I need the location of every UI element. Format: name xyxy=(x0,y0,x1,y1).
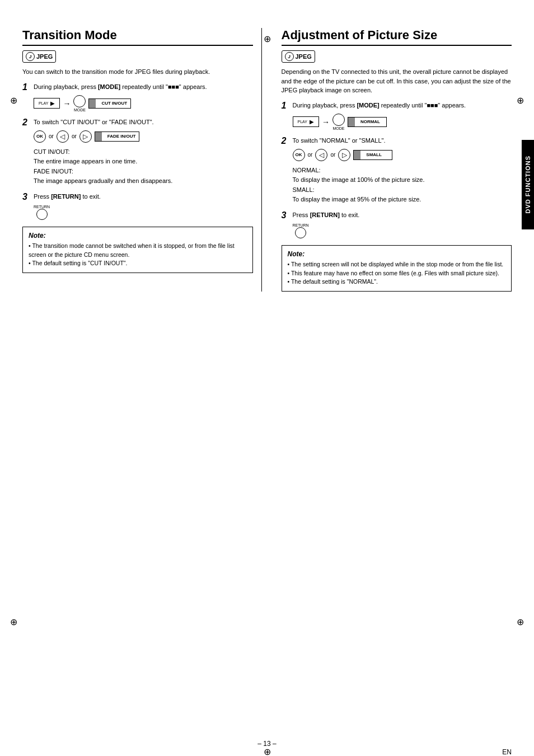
reg-mark-left-top: ⊕ xyxy=(10,95,17,106)
right-jpeg-icon: J xyxy=(285,52,294,61)
left-return-label: RETURN xyxy=(34,205,50,209)
right-note-item-1: • The setting screen will not be display… xyxy=(288,261,504,267)
left-note-title: Note: xyxy=(29,232,247,240)
left-return-wrapper: RETURN xyxy=(34,205,253,220)
normal-title: NORMAL: xyxy=(293,167,321,173)
right-return-wrapper: RETURN xyxy=(293,223,512,238)
right-step-1-header: 1 During playback, press [MODE] repeated… xyxy=(282,101,512,111)
left-step-2-diagram: OK or ◁ or ▷ FADE IN/OUT xyxy=(34,130,253,143)
right-left-arrow-button: ◁ xyxy=(315,149,327,161)
right-step-1-display: NORMAL xyxy=(348,117,387,127)
play-button-wrapper: PLAY ▶ xyxy=(34,98,60,109)
right-or-text-1: or xyxy=(308,152,313,158)
right-step-3-header: 3 Press [RETURN] to exit. xyxy=(282,210,512,220)
left-note-item-2: • The default setting is "CUT IN/OUT". xyxy=(29,260,127,266)
left-return-button-group: RETURN xyxy=(34,205,50,220)
page-number: – 13 – xyxy=(257,740,276,748)
mode-button-wrapper: MODE xyxy=(73,95,86,112)
right-step-3: 3 Press [RETURN] to exit. RETURN xyxy=(282,210,512,238)
right-arrow-right-icon: → xyxy=(322,118,330,126)
left-step-2-detail: CUT IN/OUT: The entire image appears in … xyxy=(34,147,253,186)
left-step-1-display: CUT IN/OUT xyxy=(88,98,131,109)
right-step-2-number: 2 xyxy=(282,136,289,146)
right-play-label: PLAY xyxy=(298,120,307,124)
right-return-button-group: RETURN xyxy=(293,223,309,238)
right-step-2-header: 2 To switch "NORMAL" or "SMALL". xyxy=(282,136,512,146)
right-step-2-display: SMALL xyxy=(353,150,392,160)
right-step-2-text: To switch "NORMAL" or "SMALL". xyxy=(293,136,512,145)
left-step-3-header: 3 Press [RETURN] to exit. xyxy=(22,192,253,202)
or-text-1: or xyxy=(49,133,54,139)
small-title: SMALL: xyxy=(293,186,315,193)
right-play-button: PLAY ▶ xyxy=(293,116,319,127)
left-step-1-display-text: CUT IN/OUT xyxy=(101,101,127,106)
left-step-1: 1 During playback, press [MODE] repeated… xyxy=(22,82,253,112)
arrow-right-icon: → xyxy=(63,99,71,108)
left-note-box: Note: • The transition mode cannot be sw… xyxy=(22,227,253,273)
en-label: EN xyxy=(502,748,512,756)
right-step-2-detail: NORMAL: To display the image at 100% of … xyxy=(293,166,512,205)
left-step-3-text: Press [RETURN] to exit. xyxy=(34,192,253,201)
left-column: Transition Mode J JPEG You can switch to… xyxy=(22,28,262,292)
right-step-1-diagram: PLAY ▶ → MODE NORMAL xyxy=(293,114,512,130)
left-note-text: • The transition mode cannot be switched… xyxy=(29,242,247,268)
left-step-1-header: 1 During playback, press [MODE] repeated… xyxy=(22,82,253,92)
small-desc: To display the image at 95% of the pictu… xyxy=(293,196,421,203)
mode-label: MODE xyxy=(74,108,86,112)
reg-mark-top: ⊕ xyxy=(264,34,271,44)
left-intro: You can switch to the transition mode fo… xyxy=(22,67,253,77)
right-note-item-3: • The default setting is "NORMAL". xyxy=(288,278,378,285)
right-step-2-display-text: SMALL xyxy=(366,152,382,157)
left-badge-text: JPEG xyxy=(36,53,53,60)
left-step-2-display: FADE IN/OUT xyxy=(95,132,140,142)
right-badge-text: JPEG xyxy=(296,53,312,60)
right-ok-button: OK xyxy=(293,149,305,161)
left-section-title: Transition Mode xyxy=(22,28,253,46)
right-note-text: • The setting screen will not be display… xyxy=(288,260,506,287)
left-jpeg-icon: J xyxy=(26,52,35,61)
play-button: PLAY ▶ xyxy=(34,98,60,109)
left-step-2-display-text: FADE IN/OUT xyxy=(107,134,136,139)
right-return-button xyxy=(295,227,306,238)
fade-in-out-title: FADE IN/OUT: xyxy=(34,168,73,175)
side-tab-text: DVD FUNCTIONS xyxy=(524,156,531,213)
right-jpeg-badge: J JPEG xyxy=(282,50,315,63)
right-note-box: Note: • The setting screen will not be d… xyxy=(282,245,512,292)
right-mode-label: MODE xyxy=(332,126,344,130)
cut-in-out-desc: The entire image appears in one time. xyxy=(34,158,137,165)
main-content: Transition Mode J JPEG You can switch to… xyxy=(22,28,512,292)
left-step-2-number: 2 xyxy=(22,118,30,128)
right-play-icon: ▶ xyxy=(310,119,314,125)
right-note-title: Note: xyxy=(288,250,506,258)
play-label: PLAY xyxy=(39,101,48,105)
right-step-1-display-text: NORMAL xyxy=(360,119,380,124)
right-section-title: Adjustment of Picture Size xyxy=(282,28,512,46)
right-arrow-button: ▷ xyxy=(79,130,92,143)
right-step-2: 2 To switch "NORMAL" or "SMALL". OK or ◁… xyxy=(282,136,512,205)
right-step-3-number: 3 xyxy=(282,210,289,220)
page-wrapper: ⊕ ⊕ ⊕ ⊕ ⊕ ⊕ Transition Mode J JPEG You c… xyxy=(0,28,534,756)
reg-mark-left-bottom: ⊕ xyxy=(10,617,17,627)
right-step-1-number: 1 xyxy=(282,101,289,111)
or-text-2: or xyxy=(72,133,77,139)
normal-desc: To display the image at 100% of the pict… xyxy=(293,176,425,183)
right-or-text-2: or xyxy=(330,152,335,158)
left-note-item-1: • The transition mode cannot be switched… xyxy=(29,242,235,258)
left-arrow-button: ◁ xyxy=(57,130,69,143)
right-mode-button-wrapper: MODE xyxy=(332,114,345,130)
left-step-2-text: To switch "CUT IN/OUT" or "FADE IN/OUT". xyxy=(34,118,253,127)
play-icon: ▶ xyxy=(50,100,55,106)
right-step-3-text: Press [RETURN] to exit. xyxy=(293,210,512,220)
right-mode-button xyxy=(332,114,345,126)
reg-mark-right-top: ⊕ xyxy=(517,95,524,106)
cut-in-out-title: CUT IN/OUT: xyxy=(34,148,70,155)
right-step-2-diagram: OK or ◁ or ▷ SMALL xyxy=(293,149,512,161)
left-step-2-header: 2 To switch "CUT IN/OUT" or "FADE IN/OUT… xyxy=(22,118,253,128)
reg-mark-bottom: ⊕ xyxy=(264,746,271,756)
right-play-button-wrapper: PLAY ▶ xyxy=(293,116,319,127)
left-jpeg-badge: J JPEG xyxy=(22,50,56,63)
left-step-3-number: 3 xyxy=(22,192,30,202)
right-step-1-text: During playback, press [MODE] repeatedly… xyxy=(293,101,512,110)
left-step-2: 2 To switch "CUT IN/OUT" or "FADE IN/OUT… xyxy=(22,118,253,186)
ok-button: OK xyxy=(34,130,46,143)
